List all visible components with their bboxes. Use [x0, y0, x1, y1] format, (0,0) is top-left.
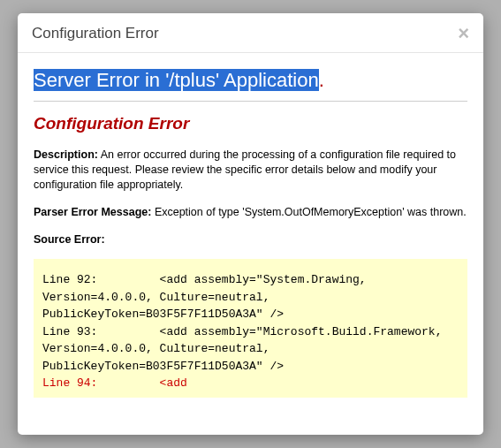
error-modal: Configuration Error × Server Error in '/… [18, 13, 483, 435]
parser-paragraph: Parser Error Message: Exception of type … [34, 205, 467, 220]
parser-text: Exception of type 'System.OutOfMemoryExc… [151, 206, 466, 218]
server-error-heading: Server Error in '/tplus' Application [34, 69, 319, 91]
config-error-heading: Configuration Error [34, 114, 467, 133]
close-button[interactable]: × [458, 24, 469, 43]
modal-body[interactable]: Server Error in '/tplus' Application. Co… [18, 53, 483, 435]
source-line-92: Line 92: <add assembly="System.Drawing, … [42, 271, 459, 323]
source-line-93: Line 93: <add assembly="Microsoft.Build.… [42, 323, 459, 376]
source-error-box: Line 92: <add assembly="System.Drawing, … [34, 259, 467, 398]
divider [34, 101, 467, 102]
source-error-label: Source Error: [34, 233, 105, 246]
source-line-94: Line 94: <add [42, 375, 459, 392]
server-error-text: Server Error in '/tplus' Application [34, 69, 319, 91]
modal-header: Configuration Error × [18, 13, 483, 53]
source-label-paragraph: Source Error: [34, 232, 467, 247]
heading-period: . [319, 69, 324, 91]
description-label: Description: [34, 148, 98, 161]
modal-title: Configuration Error [32, 25, 159, 42]
description-paragraph: Description: An error occurred during th… [34, 148, 467, 193]
parser-label: Parser Error Message: [34, 206, 151, 218]
